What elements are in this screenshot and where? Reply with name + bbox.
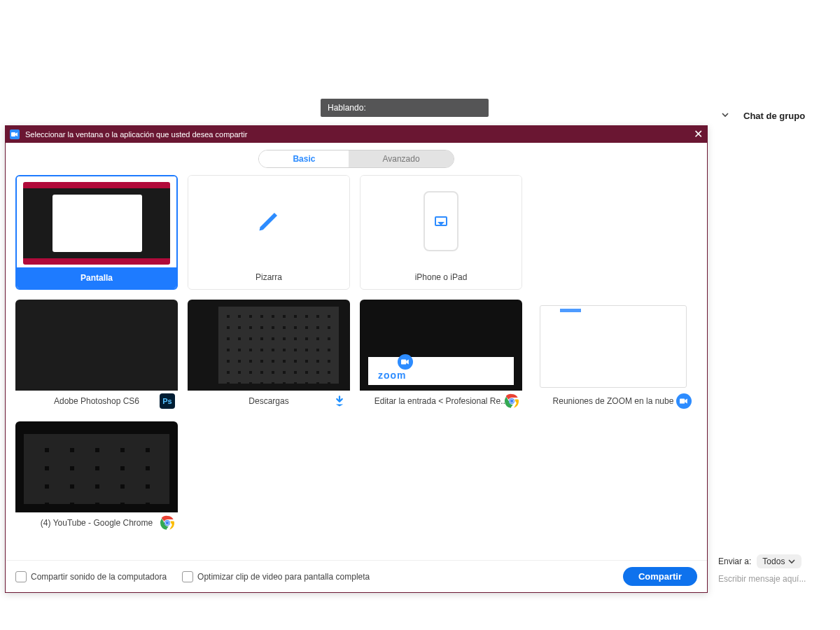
photoshop-icon: Ps <box>160 393 175 409</box>
iphone-thumb <box>360 176 522 267</box>
send-to-value: Todos <box>762 556 785 566</box>
share-button[interactable]: Compartir <box>623 567 697 586</box>
chevron-down-icon <box>788 557 796 566</box>
photoshop-thumb <box>15 300 178 391</box>
share-options-grid: Pantalla Pizarra iPhone o iPad Adob <box>15 175 697 533</box>
chat-header: Chat de grupo <box>718 108 840 124</box>
zoom-wordmark: zoom <box>378 370 407 381</box>
svg-rect-0 <box>11 132 15 136</box>
chrome-icon <box>160 515 175 531</box>
tile-label: iPhone o iPad <box>360 267 522 288</box>
whiteboard-thumb <box>188 176 349 267</box>
zoom-icon <box>676 393 692 409</box>
tile-label: Adobe Photoshop CS6 <box>15 391 178 412</box>
checkbox-label: Optimizar clip de video para pantalla co… <box>197 572 370 582</box>
pencil-icon <box>256 209 281 234</box>
close-button[interactable]: ✕ <box>694 129 703 140</box>
airplay-icon <box>435 216 447 226</box>
chat-send-row: Enviar a: Todos <box>718 554 840 568</box>
send-to-label: Enviar a: <box>718 556 751 566</box>
svg-point-10 <box>166 522 169 525</box>
tab-advanced[interactable]: Avanzado <box>349 150 453 167</box>
checkbox-label: Compartir sonido de la computadora <box>31 572 167 582</box>
youtube-thumb <box>15 421 178 512</box>
tile-downloads[interactable]: Descargas <box>188 300 350 412</box>
chat-messages <box>718 124 840 554</box>
chat-input[interactable]: Escribir mensaje aquí... <box>718 574 840 584</box>
checkbox-optimize-video[interactable]: Optimizar clip de video para pantalla co… <box>182 571 370 582</box>
tile-label: (4) YouTube - Google Chrome <box>15 512 178 533</box>
chrome-editor-thumb: zoom <box>360 300 522 391</box>
zoom-cloud-thumb <box>532 300 694 391</box>
tile-chrome-editor[interactable]: zoom Editar la entrada < Profesional Re.… <box>360 300 522 412</box>
checkbox-icon <box>182 571 193 582</box>
tile-zoom-cloud[interactable]: Reuniones de ZOOM en la nube <box>532 300 694 412</box>
svg-rect-6 <box>680 398 685 403</box>
speaking-label: Hablando: <box>328 103 366 113</box>
tab-basic[interactable]: Basic <box>259 150 349 167</box>
tile-photoshop[interactable]: Adobe Photoshop CS6 Ps <box>15 300 178 412</box>
checkbox-icon <box>15 571 27 582</box>
svg-point-5 <box>510 400 514 403</box>
speaking-indicator: Hablando: <box>321 99 489 117</box>
dialog-title: Seleccionar la ventana o la aplicación q… <box>25 130 247 139</box>
tile-whiteboard[interactable]: Pizarra <box>188 175 350 290</box>
chrome-icon <box>504 393 519 409</box>
send-to-dropdown[interactable]: Todos <box>757 554 802 568</box>
screen-thumb <box>23 182 170 265</box>
downloads-thumb <box>188 300 350 391</box>
chat-panel: Chat de grupo Enviar a: Todos Escribir m… <box>718 108 840 584</box>
chat-title: Chat de grupo <box>743 111 805 121</box>
checkbox-share-audio[interactable]: Compartir sonido de la computadora <box>15 571 167 582</box>
share-tabs: Basic Avanzado <box>258 150 454 168</box>
share-screen-dialog: Seleccionar la ventana o la aplicación q… <box>5 125 708 593</box>
tile-label: Pantalla <box>17 267 176 288</box>
svg-rect-1 <box>401 359 406 364</box>
tile-youtube[interactable]: (4) YouTube - Google Chrome <box>15 421 178 533</box>
download-arrow-icon <box>332 393 347 409</box>
chevron-down-icon[interactable] <box>721 111 729 121</box>
tile-screen[interactable]: Pantalla <box>15 175 178 290</box>
tile-label: Reuniones de ZOOM en la nube <box>532 391 694 412</box>
zoom-app-icon <box>10 130 20 139</box>
tile-label: Editar la entrada < Profesional Re... <box>360 391 522 412</box>
tile-label: Descargas <box>188 391 350 412</box>
dialog-titlebar: Seleccionar la ventana o la aplicación q… <box>6 126 707 143</box>
tabs-row: Basic Avanzado <box>6 143 707 172</box>
dialog-footer: Compartir sonido de la computadora Optim… <box>6 560 707 592</box>
zoom-circle-icon <box>398 354 413 370</box>
tile-iphone-ipad[interactable]: iPhone o iPad <box>360 175 522 290</box>
tile-label: Pizarra <box>188 267 349 288</box>
